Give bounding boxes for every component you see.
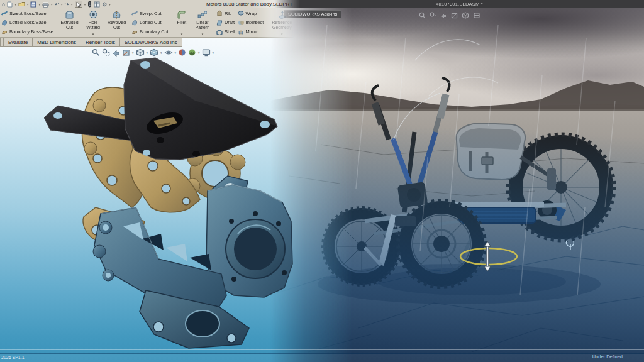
boundary-boss-base-button[interactable]: Boundary Boss/Base xyxy=(1,29,53,35)
capsule-tool-icon[interactable] xyxy=(87,1,92,8)
revolved-cut-button[interactable]: Revolved Cut xyxy=(104,9,129,36)
options-gear-icon[interactable]: ⚙ xyxy=(102,1,107,8)
solidworks-window: ⌂ ▾ ▾ ▾ ▾ ↶▾ ↷▾ ▾ ⚙▾ Motors 8038 Stator … xyxy=(0,0,644,362)
wrap-button[interactable]: Wrap xyxy=(238,10,264,16)
swept-cut-button[interactable]: Swept Cut xyxy=(131,10,169,16)
view-settings-icon[interactable] xyxy=(202,48,211,57)
save-icon[interactable] xyxy=(30,1,36,8)
zoom-area-icon[interactable] xyxy=(102,48,110,57)
command-tabs: Evaluate MBD Dimensions Render Tools SOL… xyxy=(0,38,182,47)
open-icon[interactable] xyxy=(18,1,25,7)
boundary-cut-button[interactable]: Boundary Cut xyxy=(131,29,169,35)
previous-view-icon[interactable] xyxy=(112,48,120,57)
cut-group: Extruded Cut Hole Wizard ▾ Revolved Cut xyxy=(56,8,130,37)
heads-up-view-toolbar: ▾ ▾ ▾ ▾ ▾ ▾ xyxy=(92,48,214,57)
features-ribbon: Swept Boss/Base Lofted Boss/Base Boundar… xyxy=(0,8,296,38)
edit-appearance-icon[interactable] xyxy=(178,48,186,57)
design-table-icon[interactable] xyxy=(94,1,100,8)
swept-boss-base-button[interactable]: Swept Boss/Base xyxy=(1,10,53,16)
extruded-cut-button[interactable]: Extruded Cut xyxy=(57,9,82,36)
pattern-group: Fillet ▾ Linear Pattern ▾ xyxy=(171,8,215,37)
hole-wizard-dropdown[interactable]: ▾ xyxy=(92,32,94,36)
tab-evaluate[interactable]: Evaluate xyxy=(4,38,33,47)
hole-wizard-button[interactable]: Hole Wizard ▾ xyxy=(82,9,104,36)
left-document-title: Motors 8038 Stator and Body.SLDPRT xyxy=(206,1,292,7)
right-document-title: 40107001.SLDASM * xyxy=(436,1,483,7)
select-cursor-icon[interactable] xyxy=(75,1,82,8)
assembly-title-bar: 40107001.SLDASM * xyxy=(275,0,644,8)
fillet-button[interactable]: Fillet ▾ xyxy=(172,9,191,36)
new-document-icon[interactable] xyxy=(7,1,13,8)
cut-stack-group: Swept Cut Lofted Cut Boundary Cut xyxy=(130,8,170,37)
boss-base-group: Swept Boss/Base Lofted Boss/Base Boundar… xyxy=(0,8,55,37)
status-divider-top xyxy=(0,349,644,350)
add-ins-tooltip: SOLIDWORKS Add-Ins xyxy=(284,10,341,18)
mirror-button[interactable]: Mirror xyxy=(238,29,264,35)
intersect-button[interactable]: Intersect xyxy=(238,19,264,26)
undo-icon[interactable]: ↶ xyxy=(55,1,60,8)
section-view-icon[interactable] xyxy=(122,48,130,57)
shell-button[interactable]: Shell xyxy=(216,29,235,35)
linear-pattern-button[interactable]: Linear Pattern ▾ xyxy=(191,9,214,36)
tab-solidworks-add-ins[interactable]: SOLIDWORKS Add-Ins xyxy=(120,38,182,47)
status-bar xyxy=(0,354,644,362)
redo-icon[interactable]: ↷ xyxy=(65,1,70,8)
lofted-cut-button[interactable]: Lofted Cut xyxy=(131,19,169,26)
part-black-top-plate xyxy=(44,58,277,160)
zoom-fit-icon[interactable] xyxy=(92,48,100,57)
draft-button[interactable]: Draft xyxy=(216,19,235,26)
home-icon[interactable]: ⌂ xyxy=(2,1,5,8)
view-orientation-icon[interactable] xyxy=(136,48,145,57)
print-icon[interactable] xyxy=(42,1,49,8)
constraint-status-label: Under Defined xyxy=(592,354,623,359)
display-style-icon[interactable] xyxy=(150,48,158,57)
version-label: 2026 SP1.1 xyxy=(1,355,25,359)
tab-mbd-dimensions[interactable]: MBD Dimensions xyxy=(33,38,81,47)
hide-show-items-icon[interactable] xyxy=(164,48,173,57)
tab-render-tools[interactable]: Render Tools xyxy=(81,38,120,47)
feature-stack-2: Wrap Intersect Mirror xyxy=(236,8,265,37)
rib-button[interactable]: Rib xyxy=(216,10,235,16)
apply-scene-icon[interactable] xyxy=(188,48,196,57)
lofted-boss-base-button[interactable]: Lofted Boss/Base xyxy=(1,19,53,26)
feature-stack-1: Rib Draft Shell xyxy=(215,8,236,37)
